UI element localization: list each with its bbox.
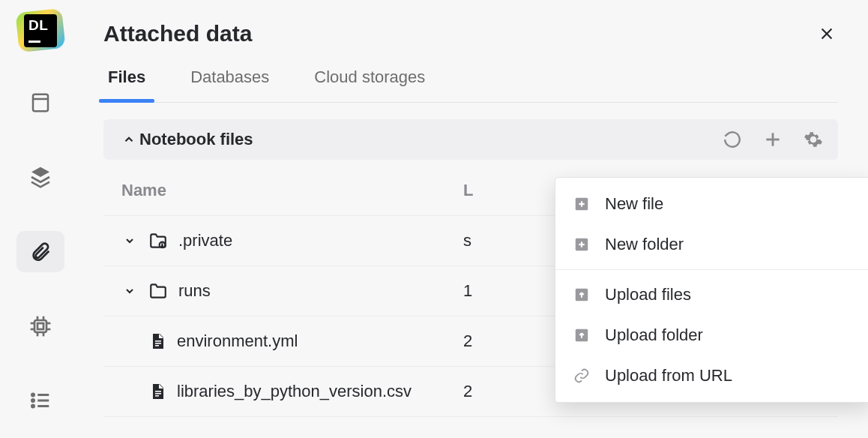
menu-new-folder[interactable]: New folder: [555, 224, 868, 265]
svg-point-17: [32, 405, 34, 407]
nav-compute[interactable]: [16, 305, 64, 346]
chevron-down-icon[interactable]: [121, 285, 138, 297]
menu-upload-from-url[interactable]: Upload from URL: [555, 356, 868, 396]
nav-list[interactable]: [16, 380, 64, 422]
left-sidebar: DL: [0, 0, 81, 438]
file-name: runs: [178, 281, 211, 301]
settings-button[interactable]: [804, 130, 823, 149]
upload-icon: [573, 286, 590, 303]
file-name: environment.yml: [177, 332, 298, 351]
folder-icon: [148, 281, 168, 301]
file-name: libraries_by_python_version.csv: [177, 382, 412, 401]
tab-databases[interactable]: Databases: [186, 68, 274, 102]
file-icon: [148, 382, 166, 400]
svg-rect-3: [37, 323, 43, 329]
svg-rect-24: [155, 340, 161, 342]
menu-separator: [555, 269, 868, 270]
svg-point-15: [32, 394, 34, 396]
menu-label: Upload folder: [605, 326, 703, 345]
app-logo: DL: [16, 9, 65, 52]
section-title: Notebook files: [139, 130, 723, 149]
tabs: Files Databases Cloud storages: [103, 68, 838, 103]
svg-rect-28: [155, 393, 161, 394]
svg-rect-2: [34, 320, 46, 332]
close-button[interactable]: [816, 22, 838, 45]
logo-text: DL: [28, 18, 52, 32]
nav-layers[interactable]: [16, 156, 64, 197]
menu-label: Upload files: [605, 285, 691, 304]
svg-rect-0: [33, 94, 48, 112]
menu-label: New file: [605, 194, 663, 214]
menu-label: New folder: [605, 235, 684, 254]
file-icon: [148, 332, 166, 350]
svg-rect-26: [155, 345, 159, 346]
upload-icon: [573, 327, 590, 344]
svg-rect-25: [155, 343, 161, 344]
svg-rect-29: [155, 395, 159, 397]
folder-special-icon: [148, 231, 168, 250]
svg-point-16: [32, 400, 34, 402]
nav-attachments[interactable]: [16, 231, 64, 272]
menu-new-file[interactable]: New file: [555, 184, 868, 224]
nav-notebook[interactable]: [16, 82, 64, 123]
section-header[interactable]: Notebook files: [103, 119, 838, 160]
col-name[interactable]: Name: [121, 181, 463, 200]
menu-upload-files[interactable]: Upload files: [555, 274, 868, 315]
tab-files[interactable]: Files: [103, 68, 150, 102]
menu-label: Upload from URL: [605, 366, 732, 386]
link-icon: [573, 368, 590, 384]
plus-box-icon: [573, 236, 590, 253]
svg-point-23: [162, 246, 163, 248]
chevron-down-icon[interactable]: [121, 235, 138, 247]
tab-cloud-storages[interactable]: Cloud storages: [310, 68, 430, 102]
file-name: .private: [178, 231, 232, 250]
menu-upload-folder[interactable]: Upload folder: [555, 315, 868, 356]
plus-box-icon: [573, 196, 590, 212]
add-button[interactable]: [763, 130, 783, 149]
main-panel: Attached data Files Databases Cloud stor…: [81, 0, 868, 438]
refresh-button[interactable]: [723, 130, 742, 149]
section-collapse-icon[interactable]: [118, 133, 139, 146]
add-context-menu: New file New folder Upload files Upload: [555, 177, 868, 403]
page-title: Attached data: [103, 21, 252, 46]
svg-rect-27: [155, 391, 161, 392]
